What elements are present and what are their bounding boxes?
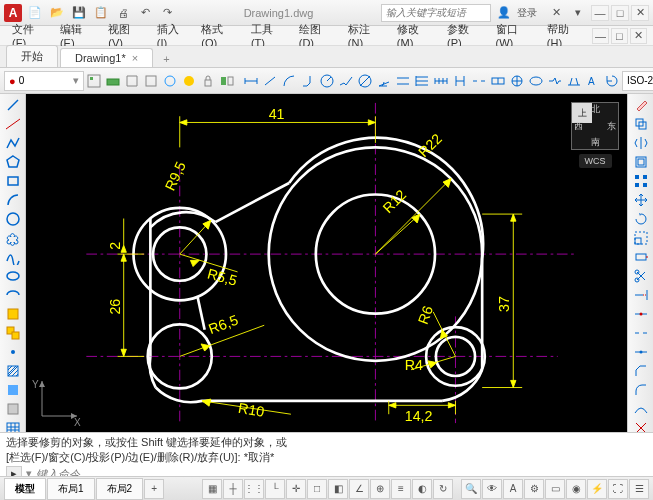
layer-dropdown[interactable]: ●0▾ [4,71,84,91]
layout1-tab[interactable]: 布局1 [47,478,95,500]
layer-match-icon[interactable] [218,70,236,92]
offset-icon[interactable] [630,153,652,171]
model-tab[interactable]: 模型 [4,478,46,500]
revision-cloud-icon[interactable] [2,229,24,247]
status-lwt-icon[interactable]: ≡ [391,479,411,499]
join-icon[interactable] [630,343,652,361]
polyline-icon[interactable] [2,134,24,152]
dim-diameter-icon[interactable] [356,70,374,92]
tab-add-button[interactable]: + [155,51,177,67]
open-icon[interactable]: 📂 [48,4,66,22]
status-annovis-icon[interactable]: 👁 [482,479,502,499]
layer-states-icon[interactable] [104,70,122,92]
table-icon[interactable] [2,419,24,432]
hatch-icon[interactable] [2,362,24,380]
explode-icon[interactable] [630,419,652,432]
gradient-icon[interactable] [2,381,24,399]
dimstyle-dropdown[interactable]: ISO-25▾ [622,71,653,91]
save-icon[interactable]: 💾 [70,4,88,22]
spline-icon[interactable] [2,248,24,266]
help-dropdown-icon[interactable]: ▾ [569,4,587,22]
wcs-badge[interactable]: WCS [579,154,612,168]
array-icon[interactable] [630,172,652,190]
status-isolate-icon[interactable]: ◉ [566,479,586,499]
viewcube-east[interactable]: 东 [607,120,616,133]
status-ortho-icon[interactable]: └ [265,479,285,499]
ellipse-icon[interactable] [2,267,24,285]
dim-inspect-icon[interactable] [527,70,545,92]
status-otrack-icon[interactable]: ∠ [349,479,369,499]
plot-icon[interactable]: 🖨 [114,4,132,22]
status-model-icon[interactable]: ▦ [202,479,222,499]
status-transparency-icon[interactable]: ◐ [412,479,432,499]
redo-icon[interactable]: ↷ [158,4,176,22]
command-line[interactable]: 选择要修剪的对象，或按住 Shift 键选择要延伸的对象，或 [栏选(F)/窗交… [0,432,653,476]
layout-add-button[interactable]: + [144,479,164,499]
doc-maximize-button[interactable]: □ [611,28,628,44]
blend-icon[interactable] [630,400,652,418]
minimize-button[interactable]: — [591,5,609,21]
layer-off-icon[interactable] [180,70,198,92]
dim-continue-icon[interactable] [432,70,450,92]
ellipse-arc-icon[interactable] [2,286,24,304]
dim-aligned-icon[interactable] [261,70,279,92]
login-label[interactable]: 登录 [517,6,537,20]
layer-lock-icon[interactable] [199,70,217,92]
make-block-icon[interactable] [2,324,24,342]
doc-minimize-button[interactable]: — [592,28,609,44]
status-custom-icon[interactable]: ☰ [629,479,649,499]
status-osnap-icon[interactable]: □ [307,479,327,499]
region-icon[interactable] [2,400,24,418]
drawing-canvas[interactable]: 41 14,2 26 2 37 R22 R12 R9,5 R5,5 R6,5 R… [26,94,627,432]
break-icon[interactable] [630,324,652,342]
close-button[interactable]: ✕ [631,5,649,21]
new-icon[interactable]: 📄 [26,4,44,22]
command-input[interactable] [36,468,647,477]
move-icon[interactable] [630,191,652,209]
status-dyn-icon[interactable]: ⊕ [370,479,390,499]
rotate-icon[interactable] [630,210,652,228]
viewcube[interactable]: 北 南 西 东 上 WCS [571,102,619,168]
layer-prev-icon[interactable] [142,70,160,92]
doc-close-button[interactable]: ✕ [630,28,647,44]
app-logo[interactable]: A [4,4,22,22]
dim-quick-icon[interactable] [394,70,412,92]
erase-icon[interactable] [630,96,652,114]
status-autoadd-icon[interactable]: A [503,479,523,499]
dim-baseline-icon[interactable] [413,70,431,92]
status-annoscale-icon[interactable]: 🔍 [461,479,481,499]
layer-iso-icon[interactable] [123,70,141,92]
tolerance-icon[interactable] [489,70,507,92]
dim-text-edit-icon[interactable]: A [584,70,602,92]
fillet-icon[interactable] [630,381,652,399]
tab-close-icon[interactable]: × [132,52,138,64]
dim-edit-icon[interactable] [565,70,583,92]
status-monitor-icon[interactable]: ▭ [545,479,565,499]
status-polar-icon[interactable]: ✛ [286,479,306,499]
layout2-tab[interactable]: 布局2 [96,478,144,500]
extend-icon[interactable] [630,286,652,304]
status-hwaccel-icon[interactable]: ⚡ [587,479,607,499]
arc-icon[interactable] [2,191,24,209]
rectangle-icon[interactable] [2,172,24,190]
undo-icon[interactable]: ↶ [136,4,154,22]
dim-jog-line-icon[interactable] [546,70,564,92]
polygon-icon[interactable] [2,153,24,171]
construction-line-icon[interactable] [2,115,24,133]
circle-icon[interactable] [2,210,24,228]
layer-prop-icon[interactable] [85,70,103,92]
maximize-button[interactable]: □ [611,5,629,21]
break-at-point-icon[interactable] [630,305,652,323]
status-workspace-icon[interactable]: ⚙ [524,479,544,499]
saveas-icon[interactable]: 📋 [92,4,110,22]
dim-angular-icon[interactable] [375,70,393,92]
copy-icon[interactable] [630,115,652,133]
dim-linear-icon[interactable] [242,70,260,92]
exchange-icon[interactable]: ✕ [547,4,565,22]
status-clean-icon[interactable]: ⛶ [608,479,628,499]
tab-start[interactable]: 开始 [6,45,58,67]
line-icon[interactable] [2,96,24,114]
status-3dosnap-icon[interactable]: ◧ [328,479,348,499]
search-input[interactable] [381,4,491,22]
trim-icon[interactable] [630,267,652,285]
